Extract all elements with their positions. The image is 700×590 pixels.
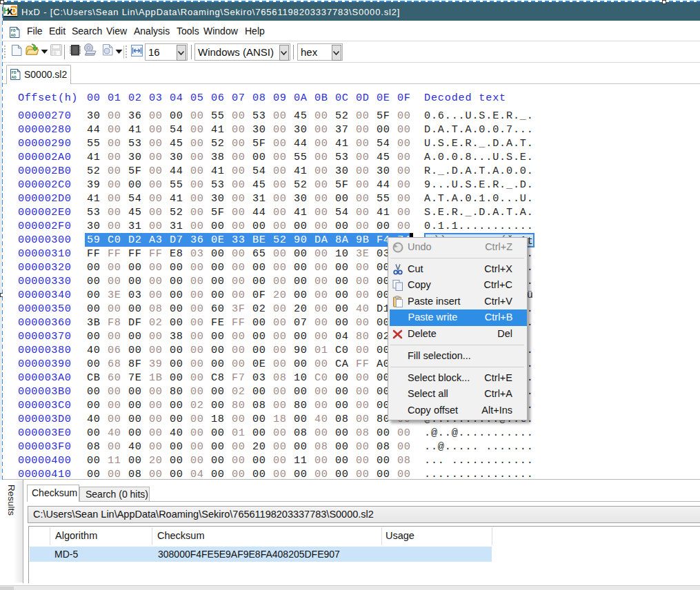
svg-text:x: x bbox=[7, 5, 13, 17]
svg-text:AO: AO bbox=[12, 75, 17, 80]
svg-text:AO: AO bbox=[11, 33, 17, 38]
